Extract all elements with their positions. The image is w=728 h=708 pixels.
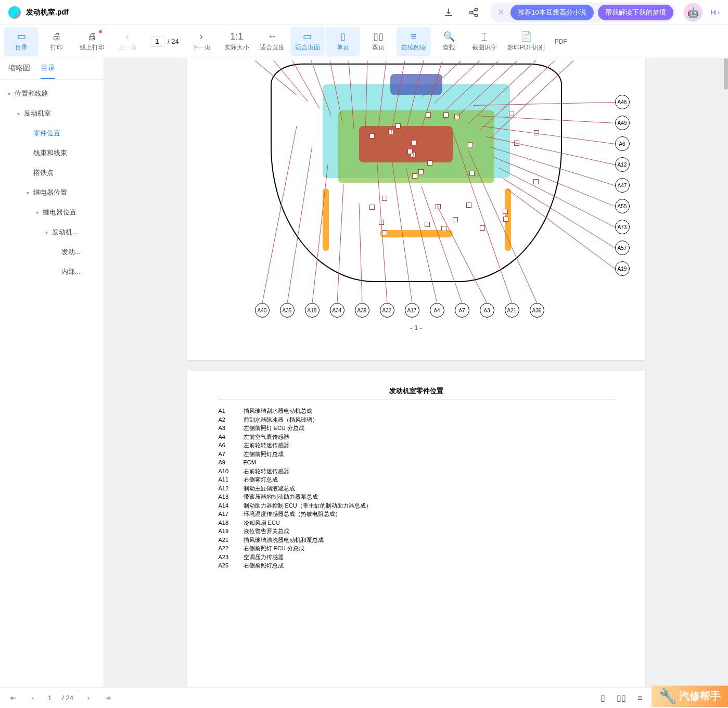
callout-A17: A17 (405, 303, 419, 318)
toolbar-pdf[interactable]: PDF (551, 27, 571, 56)
callout-A32: A32 (380, 303, 394, 318)
assistant-avatar[interactable]: 🤖 (684, 3, 703, 22)
outline-label: 搭铁点 (33, 168, 54, 178)
part-code: A4 (219, 433, 234, 441)
toolbar-find[interactable]: 🔍查找 (432, 27, 466, 56)
sidebar-tabs: 缩略图 目录 (0, 58, 104, 80)
tab-thumbnails[interactable]: 缩略图 (8, 58, 30, 79)
outline-item[interactable]: ▾发动机... (0, 222, 104, 242)
suggestions-bar: ✕ 推荐10本豆瓣高分小说 帮我解读下我的梦境 (490, 3, 675, 22)
part-name: 前刮水器除冰器（挡风玻璃） (244, 415, 318, 424)
connector-box (469, 171, 475, 176)
part-code: A12 (219, 484, 234, 493)
ocr-icon: ⌶ (479, 31, 490, 42)
part-code: A1 (219, 407, 234, 415)
part-name: 制动主缸储液罐总成 (244, 484, 295, 493)
next-icon[interactable]: › (84, 693, 93, 703)
title-bar: 发动机室.pdf ✕ 推荐10本豆瓣高分小说 帮我解读下我的梦境 🤖 Hi› (0, 0, 728, 25)
toolbar-continuous[interactable]: ≡连续阅读 (397, 27, 431, 56)
title-left: 发动机室.pdf (8, 6, 69, 19)
outline-item[interactable]: ▾位置和线路 (0, 84, 104, 104)
outline-label: 发动机... (52, 227, 78, 237)
document-viewer[interactable]: A48A49A6A12A47A55A73A57A19A40A35A18A34A3… (104, 58, 728, 687)
callout-A21: A21 (505, 303, 519, 318)
view-mode-3-icon[interactable]: ≡ (635, 693, 645, 703)
outline-label: 内部... (61, 267, 81, 276)
badge-dot (99, 30, 102, 33)
wrench-icon: 🔧 (659, 688, 677, 705)
outline-item[interactable]: 零件位置 (0, 123, 104, 143)
callout-A39: A39 (355, 303, 369, 318)
callout-A35: A35 (280, 303, 295, 318)
toolbar-catalog[interactable]: ▭目录 (4, 27, 39, 56)
sidebar: 缩略图 目录 ▾位置和线路▾发动机室零件位置线束和线束搭铁点▾继电器位置▾继电器… (0, 58, 104, 687)
hi-button[interactable]: Hi› (711, 9, 720, 16)
toolbar-single-page[interactable]: ▯单页 (326, 27, 360, 56)
part-code: A17 (219, 510, 234, 519)
download-icon[interactable] (440, 4, 457, 21)
page-input[interactable] (150, 36, 164, 47)
caret-icon: ▾ (33, 210, 41, 216)
view-mode-2-icon[interactable]: ▯▯ (617, 693, 626, 703)
part-code: A22 (219, 544, 234, 553)
callout-A73: A73 (615, 220, 630, 234)
part-name: 液位警告开关总成 (244, 527, 289, 536)
callout-A3: A3 (480, 303, 494, 318)
tab-outline[interactable]: 目录 (41, 58, 55, 79)
outline-item[interactable]: 发动... (0, 242, 104, 262)
parts-table: A1挡风玻璃刮水器电动机总成A2前刮水器除冰器（挡风玻璃）A3左侧前照灯 ECU… (219, 407, 614, 570)
callout-A55: A55 (615, 199, 630, 213)
close-suggestion-icon[interactable]: ✕ (495, 7, 506, 17)
parts-row: A7左侧前照灯总成 (219, 450, 614, 459)
suggestion-pill-2[interactable]: 帮我解读下我的梦境 (598, 5, 673, 20)
part-name: 带蓄压器的制动助力器泵总成 (244, 492, 318, 501)
part-code: A10 (219, 467, 234, 476)
outline-label: 线束和线束 (33, 148, 67, 158)
status-left: ⇤ ‹ 1 / 24 › ⇥ (8, 693, 113, 703)
callout-A12: A12 (615, 157, 630, 172)
toolbar-ocr[interactable]: ⌶截图识字 (467, 27, 502, 56)
part-name: 空调压力传感器 (244, 553, 284, 562)
toolbar-prev-page[interactable]: ‹上一页 (110, 27, 145, 56)
part-name: 挡风玻璃清洗器电动机和泵总成 (244, 536, 324, 545)
toolbar-scan-pdf[interactable]: 📄影印PDF识别 (503, 27, 550, 56)
parts-row: A12制动主缸储液罐总成 (219, 484, 614, 493)
connector-box (425, 222, 430, 227)
suggestion-pill-1[interactable]: 推荐10本豆瓣高分小说 (510, 5, 593, 20)
view-mode-1-icon[interactable]: ▯ (598, 693, 607, 703)
outline-item[interactable]: 内部... (0, 262, 104, 282)
first-page-icon[interactable]: ⇤ (8, 693, 18, 703)
parts-row: A13带蓄压器的制动助力器泵总成 (219, 492, 614, 501)
callout-A6: A6 (615, 136, 630, 151)
scrollbar-track[interactable] (724, 58, 728, 687)
toolbar-fit-width[interactable]: ↔适合宽度 (255, 27, 289, 56)
toolbar-print[interactable]: 🖨打印 (40, 27, 74, 56)
parts-row: A10右前轮转速传感器 (219, 467, 614, 476)
main-area: 缩略图 目录 ▾位置和线路▾发动机室零件位置线束和线束搭铁点▾继电器位置▾继电器… (0, 58, 728, 687)
part-name: 制动助力器控制 ECU（带主缸的制动助力器总成） (244, 501, 372, 510)
outline-label: 位置和线路 (15, 89, 48, 98)
toolbar-fit-page[interactable]: ▭适合页面 (290, 27, 325, 56)
outline-item[interactable]: ▾继电器位置 (0, 203, 104, 222)
toolbar-online-print[interactable]: 🖨线上打印 (75, 27, 109, 56)
last-page-icon[interactable]: ⇥ (104, 693, 113, 703)
pdf-page-2: 发动机室零件位置 A1挡风玻璃刮水器电动机总成A2前刮水器除冰器（挡风玻璃）A3… (187, 371, 645, 687)
catalog-icon: ▭ (16, 31, 27, 42)
app-logo[interactable] (8, 6, 21, 19)
parts-row: A17环境温度传感器总成（热敏电阻总成） (219, 510, 614, 519)
share-icon[interactable] (465, 4, 482, 21)
continuous-icon: ≡ (408, 31, 419, 42)
outline-item[interactable]: ▾继电器位置 (0, 183, 104, 203)
connector-box (468, 142, 473, 147)
outline-item[interactable]: 线束和线束 (0, 143, 104, 163)
outline-item[interactable]: ▾发动机室 (0, 104, 104, 123)
connector-box (443, 112, 449, 118)
outline-label: 发动... (61, 247, 81, 257)
prev-icon[interactable]: ‹ (28, 693, 37, 703)
toolbar-actual-size[interactable]: 1:1实际大小 (220, 27, 254, 56)
toolbar-double-page[interactable]: ▯▯双页 (361, 27, 395, 56)
outline-item[interactable]: 搭铁点 (0, 163, 104, 183)
search-icon: 🔍 (443, 31, 455, 42)
scrollbar-thumb[interactable] (724, 58, 728, 90)
toolbar-next-page[interactable]: ›下一页 (184, 27, 219, 56)
